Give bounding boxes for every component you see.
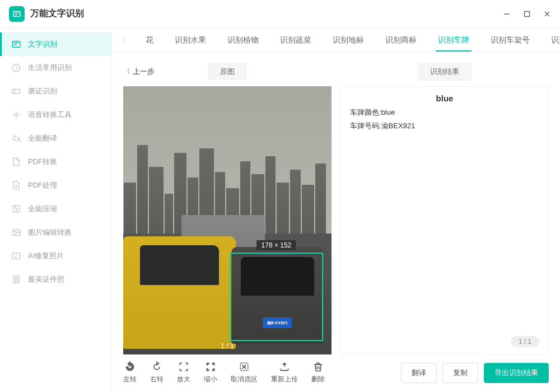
- sidebar: 文字识别 生活常用识别 票证识别 语音转换工具 全能翻译 PDF转换 PDF处理: [0, 28, 112, 392]
- id-photo-icon: [11, 274, 21, 284]
- chevron-left-icon: 〈: [123, 67, 130, 77]
- sidebar-item-label: 语音转换工具: [28, 110, 72, 120]
- app-logo-icon: [9, 6, 25, 22]
- svg-rect-7: [12, 89, 20, 94]
- sidebar-item-label: 文字识别: [28, 39, 57, 49]
- rotate-left-icon: [124, 361, 136, 372]
- rotate-right-icon: [151, 361, 162, 372]
- tab-plant[interactable]: 识别植物: [225, 30, 261, 51]
- image-page-indicator: 1 / 1: [221, 342, 234, 350]
- sidebar-item-translate[interactable]: 全能翻译: [0, 127, 111, 150]
- sidebar-item-text-ocr[interactable]: 文字识别: [0, 32, 111, 56]
- sidebar-item-ticket-recognition[interactable]: 票证识别: [0, 80, 111, 103]
- original-image-panel: 〈 上一步 原图: [123, 62, 332, 354]
- svg-rect-0: [13, 11, 20, 16]
- pdf-process-icon: [11, 180, 21, 190]
- reupload-button[interactable]: 重新上传: [271, 361, 298, 384]
- zoom-out-button[interactable]: 缩小: [204, 361, 217, 384]
- result-color-line: 车牌颜色:blue: [350, 108, 539, 118]
- rotate-left-button[interactable]: 左转: [123, 361, 137, 384]
- audio-icon: [11, 110, 21, 120]
- delete-icon: [312, 361, 324, 372]
- tab-license-plate[interactable]: 识别车牌: [436, 30, 472, 51]
- result-text-area[interactable]: blue 车牌颜色:blue 车牌号码:渝BEX921 1 / 1: [340, 86, 549, 354]
- tabs-scroll-left[interactable]: 〈: [119, 35, 127, 45]
- clear-selection-button[interactable]: 取消选区: [231, 361, 258, 384]
- export-result-button[interactable]: 导出识别结果: [484, 363, 549, 383]
- result-label: 识别结果: [418, 63, 472, 81]
- tab-vin[interactable]: 识别车架号: [488, 30, 532, 51]
- sidebar-item-label: 票证识别: [28, 86, 57, 96]
- rotate-right-button[interactable]: 右转: [150, 361, 164, 384]
- category-tabs: 〈 花 识别水果 识别植物 识别蔬菜 识别地标 识别商标 识别车牌 识别车架号 …: [112, 28, 560, 53]
- sidebar-item-compress[interactable]: 全能压缩: [0, 197, 111, 221]
- sidebar-item-daily-recognition[interactable]: 生活常用识别: [0, 56, 111, 80]
- result-title: blue: [350, 94, 539, 103]
- app-title: 万能文字识别: [30, 8, 84, 20]
- sidebar-item-audio-convert[interactable]: 语音转换工具: [0, 103, 111, 127]
- maximize-button[interactable]: [523, 10, 531, 18]
- tab-landmark[interactable]: 识别地标: [330, 30, 366, 51]
- sidebar-item-label: PDF处理: [28, 180, 57, 190]
- titlebar: 万能文字识别: [0, 0, 560, 28]
- sidebar-item-label: 生活常用识别: [28, 63, 72, 73]
- tab-flower[interactable]: 花: [143, 30, 156, 51]
- close-button[interactable]: [543, 10, 551, 18]
- sidebar-item-label: AI修复照片: [28, 251, 64, 261]
- original-image-label: 原图: [208, 63, 247, 81]
- svg-point-8: [16, 185, 17, 187]
- pdf-convert-icon: [11, 157, 21, 167]
- sidebar-item-id-photo[interactable]: 最美证件照: [0, 268, 111, 291]
- ticket-icon: [11, 86, 21, 96]
- sidebar-item-label: 图片编辑转换: [28, 227, 72, 237]
- copy-button[interactable]: 复制: [442, 363, 478, 383]
- result-pager: 1 / 1: [511, 336, 539, 347]
- tab-vegetable[interactable]: 识别蔬菜: [278, 30, 314, 51]
- minimize-button[interactable]: [503, 10, 511, 18]
- reupload-icon: [279, 361, 290, 372]
- tab-car-model[interactable]: 识别车型: [549, 30, 560, 51]
- image-edit-icon: [11, 227, 21, 237]
- sidebar-item-ai-restore[interactable]: AI修复照片: [0, 244, 111, 268]
- ai-restore-icon: [11, 251, 21, 261]
- sidebar-item-pdf-process[interactable]: PDF处理: [0, 174, 111, 197]
- svg-point-14: [15, 278, 17, 280]
- compress-icon: [11, 204, 21, 214]
- daily-icon: [11, 63, 21, 73]
- action-buttons: 翻译 复制 导出识别结果: [401, 363, 549, 383]
- sidebar-item-image-edit[interactable]: 图片编辑转换: [0, 221, 111, 244]
- crop-dimensions-label: 178 × 152: [257, 240, 296, 250]
- zoom-in-button[interactable]: 放大: [177, 361, 190, 384]
- delete-button[interactable]: 删除: [311, 361, 325, 384]
- sidebar-item-pdf-convert[interactable]: PDF转换: [0, 150, 111, 174]
- image-viewport[interactable]: 渝B·EX921 178 × 152 1 / 1: [123, 86, 332, 354]
- sidebar-item-label: PDF转换: [28, 157, 57, 167]
- zoom-in-icon: [178, 361, 189, 372]
- result-number-line: 车牌号码:渝BEX921: [350, 121, 539, 131]
- translate-button[interactable]: 翻译: [401, 363, 437, 383]
- tab-fruit[interactable]: 识别水果: [172, 30, 208, 51]
- zoom-out-icon: [205, 361, 216, 372]
- crop-selection[interactable]: 178 × 152: [230, 253, 323, 341]
- image-toolbar: 左转 右转 放大 缩小: [123, 361, 325, 384]
- sidebar-item-label: 全能翻译: [28, 133, 57, 143]
- back-button[interactable]: 〈 上一步: [123, 67, 155, 77]
- sidebar-item-label: 全能压缩: [28, 204, 57, 214]
- text-ocr-icon: [11, 39, 21, 49]
- svg-point-11: [14, 231, 15, 232]
- tab-trademark[interactable]: 识别商标: [383, 30, 419, 51]
- clear-selection-icon: [239, 361, 250, 372]
- sidebar-item-label: 最美证件照: [28, 274, 64, 284]
- translate-icon: [11, 133, 21, 143]
- svg-rect-9: [13, 206, 20, 212]
- result-panel: 识别结果 blue 车牌颜色:blue 车牌号码:渝BEX921 1 / 1: [340, 62, 549, 354]
- window-controls: [503, 10, 551, 18]
- svg-rect-2: [525, 11, 530, 16]
